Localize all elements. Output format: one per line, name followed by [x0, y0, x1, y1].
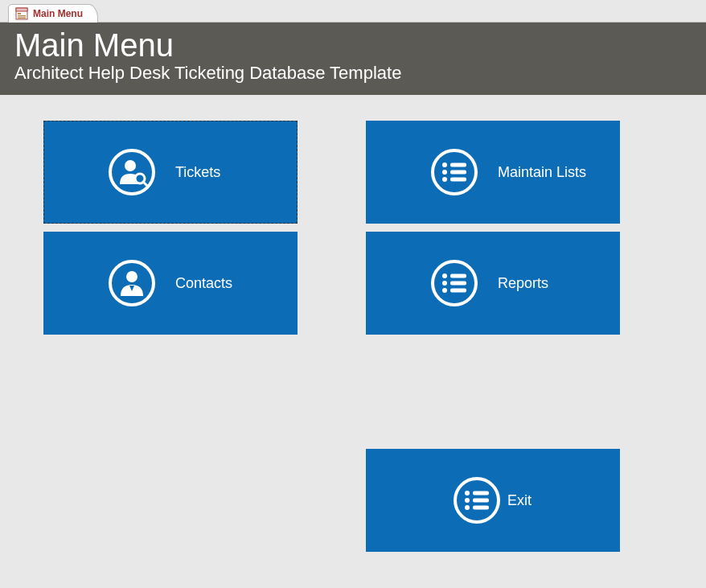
- content-area: Tickets Maintain Lists: [0, 95, 706, 588]
- svg-point-14: [442, 177, 447, 182]
- tile-grid: Tickets Maintain Lists: [43, 121, 663, 335]
- svg-point-17: [126, 271, 138, 282]
- maintain-lists-button[interactable]: Maintain Lists: [366, 121, 620, 224]
- svg-point-28: [465, 498, 470, 503]
- svg-point-10: [442, 162, 447, 167]
- svg-point-21: [442, 281, 447, 286]
- svg-point-19: [442, 273, 447, 278]
- svg-point-6: [125, 160, 136, 171]
- svg-rect-1: [16, 8, 27, 11]
- contacts-button[interactable]: Contacts: [43, 232, 298, 335]
- svg-rect-22: [450, 282, 466, 286]
- list-icon: [430, 148, 478, 196]
- svg-rect-20: [450, 274, 466, 278]
- svg-rect-2: [18, 13, 21, 14]
- exit-button[interactable]: Exit: [366, 449, 620, 552]
- svg-point-16: [110, 261, 154, 305]
- tile-label: Reports: [498, 275, 548, 292]
- svg-point-23: [442, 288, 447, 293]
- tile-label: Exit: [507, 492, 532, 509]
- tab-main-menu[interactable]: Main Menu: [8, 4, 98, 23]
- svg-rect-31: [473, 506, 489, 510]
- svg-line-8: [143, 182, 148, 187]
- svg-rect-11: [450, 163, 466, 167]
- svg-rect-4: [18, 18, 26, 19]
- svg-point-30: [465, 505, 470, 510]
- person-search-icon: [108, 148, 156, 196]
- tile-label: Contacts: [175, 275, 232, 292]
- svg-rect-3: [18, 15, 26, 17]
- svg-rect-13: [450, 171, 466, 175]
- header: Main Menu Architect Help Desk Ticketing …: [0, 23, 706, 95]
- svg-rect-15: [450, 178, 466, 182]
- list-icon: [430, 259, 478, 307]
- tickets-button[interactable]: Tickets: [43, 121, 298, 224]
- svg-point-12: [442, 170, 447, 175]
- tab-label: Main Menu: [33, 8, 83, 19]
- svg-point-26: [465, 491, 470, 495]
- svg-rect-29: [473, 499, 489, 503]
- reports-button[interactable]: Reports: [366, 232, 620, 335]
- page-subtitle: Architect Help Desk Ticketing Database T…: [14, 63, 692, 84]
- form-icon: [15, 7, 28, 20]
- tile-label: Tickets: [175, 164, 220, 181]
- person-icon: [108, 259, 156, 307]
- page-title: Main Menu: [14, 27, 692, 63]
- tile-label: Maintain Lists: [498, 164, 586, 181]
- tab-bar: Main Menu: [0, 0, 706, 23]
- svg-rect-24: [450, 289, 466, 293]
- list-icon: [453, 476, 501, 524]
- svg-rect-27: [473, 491, 489, 495]
